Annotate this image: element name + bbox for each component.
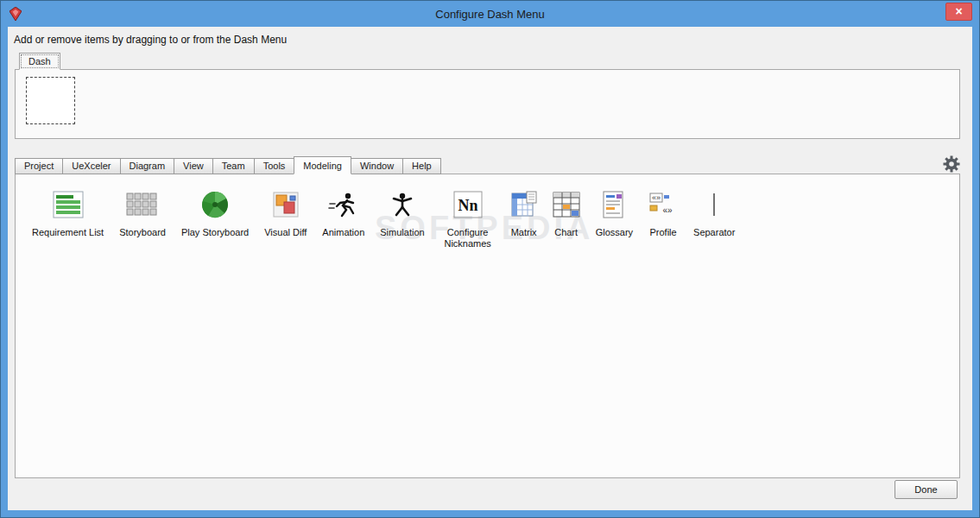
storyboard-icon (125, 188, 160, 221)
item-matrix[interactable]: Matrix (505, 185, 543, 242)
item-label: Storyboard (119, 227, 166, 238)
item-label: Play Storyboard (181, 227, 249, 238)
item-glossary[interactable]: Glossary (590, 185, 639, 242)
item-separator[interactable]: Separator (687, 185, 741, 242)
instruction-text: Add or remove items by dragging to or fr… (14, 34, 287, 46)
item-visual-diff[interactable]: Visual Diff (258, 185, 313, 242)
svg-text:«»: «» (662, 205, 673, 215)
dash-drop-placeholder[interactable] (26, 77, 75, 124)
svg-text:Nn: Nn (458, 197, 477, 214)
tab-tools[interactable]: Tools (254, 158, 295, 174)
item-simulation[interactable]: Simulation (374, 185, 430, 242)
glossary-icon (603, 188, 625, 221)
configure-dash-menu-dialog: Configure Dash Menu × Add or remove item… (0, 0, 980, 518)
tab-dash[interactable]: Dash (19, 53, 60, 70)
visual-diff-icon (273, 188, 299, 221)
close-button[interactable]: × (945, 3, 972, 21)
svg-text:«»: «» (652, 193, 661, 202)
item-chart[interactable]: Chart (547, 185, 586, 242)
dialog-body: Add or remove items by dragging to or fr… (8, 27, 972, 510)
settings-gear-icon[interactable] (943, 155, 960, 173)
tab-team[interactable]: Team (212, 158, 255, 174)
simulation-icon (389, 188, 415, 221)
profile-icon: «»«» (648, 188, 678, 221)
item-label: Chart (554, 227, 578, 238)
item-label: Configure Nicknames (440, 227, 496, 250)
configure-nicknames-icon: Nn (453, 188, 483, 221)
window-title: Configure Dash Menu (1, 1, 979, 27)
item-label: Matrix (511, 227, 537, 238)
modeling-items-row: Requirement ListStoryboardPlay Storyboar… (16, 174, 959, 263)
tab-window[interactable]: Window (351, 158, 403, 174)
item-label: Simulation (380, 227, 424, 238)
close-icon: × (955, 4, 962, 18)
tab-project[interactable]: Project (15, 158, 63, 174)
item-play-storyboard[interactable]: Play Storyboard (175, 185, 255, 242)
tab-modeling[interactable]: Modeling (294, 156, 351, 174)
separator-icon (710, 188, 718, 221)
title-bar[interactable]: Configure Dash Menu × (1, 1, 979, 27)
item-label: Visual Diff (264, 227, 307, 238)
chart-icon (553, 188, 580, 221)
matrix-icon (511, 188, 537, 221)
requirement-list-icon (53, 188, 84, 221)
animation-icon (328, 188, 359, 221)
tab-help[interactable]: Help (402, 158, 441, 174)
tab-uexceler[interactable]: UeXceler (62, 158, 120, 174)
play-storyboard-icon (201, 188, 229, 221)
item-label: Animation (322, 227, 364, 238)
item-animation[interactable]: Animation (316, 185, 370, 242)
item-configure-nicknames[interactable]: NnConfigure Nicknames (434, 185, 502, 253)
item-label: Separator (693, 227, 735, 238)
done-button[interactable]: Done (895, 480, 958, 499)
dash-menu-panel[interactable] (15, 69, 960, 139)
modeling-items-panel: Requirement ListStoryboardPlay Storyboar… (15, 174, 960, 478)
item-requirement-list[interactable]: Requirement List (26, 185, 110, 242)
item-profile[interactable]: «»«»Profile (642, 185, 684, 242)
item-storyboard[interactable]: Storyboard (113, 185, 172, 242)
tab-view[interactable]: View (174, 158, 213, 174)
item-label: Profile (649, 227, 676, 238)
tab-diagram[interactable]: Diagram (120, 158, 175, 174)
item-label: Glossary (596, 227, 633, 238)
menu-tab-bar: ProjectUeXcelerDiagramViewTeamToolsModel… (15, 156, 440, 174)
item-label: Requirement List (32, 227, 104, 238)
